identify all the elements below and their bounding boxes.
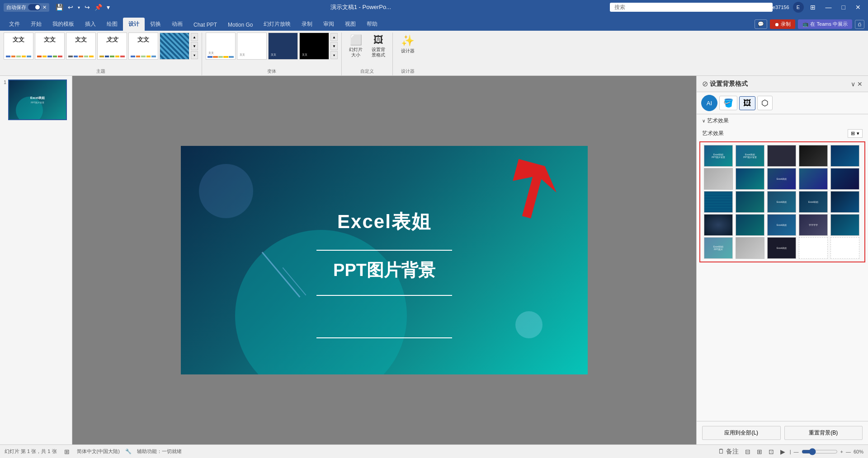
slide-subtitle[interactable]: PPT图片背景 bbox=[181, 259, 588, 282]
fit-view-button[interactable]: ⊞ bbox=[62, 447, 71, 456]
slide-size-button[interactable]: ⬜ 幻灯片大小 bbox=[345, 33, 366, 60]
gallery-item-1[interactable]: Excel表姐PPT图片背景 bbox=[704, 145, 733, 167]
user-avatar[interactable]: E bbox=[793, 2, 804, 13]
texture-tool-button[interactable]: ⬡ bbox=[757, 96, 773, 110]
gallery-item-6[interactable] bbox=[704, 168, 733, 190]
tab-transition[interactable]: 切换 bbox=[145, 18, 166, 31]
gallery-item-empty-1 bbox=[799, 237, 828, 259]
pin-button[interactable]: 📌 bbox=[93, 3, 104, 12]
zoom-slider[interactable] bbox=[802, 448, 838, 455]
variant-scroll-up[interactable]: ▲ bbox=[330, 33, 338, 41]
theme-item-4[interactable]: 文文 bbox=[97, 33, 127, 60]
autosave-toggle[interactable] bbox=[28, 4, 41, 10]
tab-review[interactable]: 审阅 bbox=[318, 18, 340, 31]
theme-item-5[interactable]: 文文 bbox=[128, 33, 158, 60]
tab-design[interactable]: 设计 bbox=[123, 18, 145, 31]
maximize-button[interactable]: □ bbox=[838, 3, 849, 12]
apply-all-button[interactable]: 应用到全部(L) bbox=[702, 426, 781, 440]
undo-dropdown[interactable]: ▾ bbox=[76, 4, 82, 11]
tab-file[interactable]: 文件 bbox=[4, 18, 25, 31]
gallery-item-19[interactable]: 字字字字 bbox=[799, 214, 828, 236]
gallery-item-4[interactable] bbox=[799, 145, 828, 167]
theme-item-1[interactable]: 文文 bbox=[4, 33, 33, 60]
gallery-item-23[interactable]: Excel表姐 bbox=[767, 237, 796, 259]
gallery-item-7[interactable] bbox=[736, 168, 764, 190]
close-button[interactable]: ✕ bbox=[852, 3, 864, 12]
slide-size-icon: ⬜ bbox=[350, 34, 362, 46]
normal-view-button[interactable]: ⊟ bbox=[743, 447, 752, 456]
fill-tool-button[interactable]: 🪣 bbox=[719, 96, 737, 110]
ai-tool-button[interactable]: AI bbox=[701, 95, 717, 111]
variant-scroll-down[interactable]: ▼ bbox=[330, 42, 338, 50]
gallery-item-15[interactable] bbox=[830, 191, 859, 213]
tab-view[interactable]: 视图 bbox=[340, 18, 361, 31]
gallery-item-2[interactable]: Excel表姐PPT图片背景 bbox=[736, 145, 764, 167]
theme-item-6[interactable] bbox=[160, 33, 189, 60]
format-bg-button[interactable]: 🖼 设置背景格式 bbox=[368, 33, 389, 60]
theme-scroll-down[interactable]: ▼ bbox=[191, 42, 198, 50]
variant-item-4[interactable]: 文文 bbox=[299, 33, 329, 60]
gallery-item-11[interactable] bbox=[704, 191, 733, 213]
redo-button[interactable]: ↪ bbox=[83, 3, 92, 12]
record-button[interactable]: ⏺ 录制 bbox=[770, 19, 795, 29]
gallery-item-16[interactable] bbox=[704, 214, 733, 236]
qat-more[interactable]: ▾ bbox=[105, 3, 112, 12]
tab-motiongo[interactable]: Motion Go bbox=[222, 19, 258, 31]
art-effect-dropdown[interactable]: ⊞ ▾ bbox=[848, 129, 863, 138]
slideshow-view-button[interactable]: ▶ bbox=[778, 447, 787, 456]
minimize-button[interactable]: — bbox=[822, 3, 835, 12]
theme-scroll-up[interactable]: ▲ bbox=[191, 33, 198, 41]
tab-help[interactable]: 帮助 bbox=[361, 18, 383, 31]
slide-thumbnail-1[interactable]: Excel表姐 PPT图片背景 bbox=[8, 79, 67, 120]
notes-button[interactable]: 🗒 备注 bbox=[716, 447, 741, 457]
gallery-item-12[interactable] bbox=[736, 191, 764, 213]
panel-close-button[interactable]: ✕ bbox=[857, 80, 863, 88]
gallery-item-8[interactable]: Excel表姐 bbox=[767, 168, 796, 190]
gallery-item-14[interactable]: Excel表姐 bbox=[799, 191, 828, 213]
gallery-item-3[interactable] bbox=[767, 145, 796, 167]
gallery-item-22[interactable] bbox=[736, 237, 764, 259]
share-button[interactable]: ⎙ bbox=[855, 20, 864, 29]
designer-button[interactable]: ✨ 设计器 bbox=[396, 33, 419, 56]
undo-button[interactable]: ↩ bbox=[66, 3, 75, 12]
gallery-item-5[interactable] bbox=[830, 145, 859, 167]
variant-scroll-more[interactable]: ▾ bbox=[330, 51, 338, 59]
layout-button[interactable]: ⊞ bbox=[807, 3, 819, 12]
tab-slideshow[interactable]: 幻灯片放映 bbox=[258, 18, 296, 31]
theme-scroll-more[interactable]: ▾ bbox=[191, 51, 198, 59]
gallery-item-20[interactable] bbox=[830, 214, 859, 236]
gallery-item-18[interactable]: Excel表姐 bbox=[767, 214, 796, 236]
tab-draw[interactable]: 绘图 bbox=[101, 18, 123, 31]
teams-button[interactable]: 📺 在 Teams 中展示 bbox=[798, 19, 852, 29]
variant-item-1[interactable]: 文文 bbox=[206, 33, 236, 60]
slide-title[interactable]: Excel表姐 bbox=[181, 209, 588, 234]
tab-insert[interactable]: 插入 bbox=[80, 18, 101, 31]
tab-animation[interactable]: 动画 bbox=[166, 18, 188, 31]
variant-item-2[interactable]: 文文 bbox=[237, 33, 267, 60]
gallery-item-13[interactable]: Excel表姐 bbox=[767, 191, 796, 213]
image-tool-button[interactable]: 🖼 bbox=[739, 96, 755, 110]
theme-item-3[interactable]: 文文 bbox=[66, 33, 96, 60]
tab-chatppt[interactable]: Chat PPT bbox=[188, 19, 222, 31]
panel-collapse-button[interactable]: ⊘ bbox=[702, 79, 708, 88]
slidesorter-view-button[interactable]: ⊞ bbox=[755, 447, 764, 456]
variant-item-3[interactable]: 文文 bbox=[268, 33, 298, 60]
slide-panel-item-1[interactable]: 1 Excel表姐 PPT图片背景 bbox=[4, 79, 68, 120]
panel-chevron-button[interactable]: ∨ bbox=[851, 80, 855, 88]
reading-view-button[interactable]: ⊡ bbox=[767, 447, 776, 456]
save-button[interactable]: 💾 bbox=[54, 3, 65, 12]
slide-canvas[interactable]: Excel表姐 PPT图片背景 bbox=[181, 146, 588, 374]
theme-item-2[interactable]: 文文 bbox=[35, 33, 65, 60]
tab-mytemplate[interactable]: 我的模板 bbox=[47, 18, 80, 31]
gallery-item-9[interactable] bbox=[799, 168, 828, 190]
autosave-control[interactable]: 自动保存 ✕ bbox=[4, 3, 49, 12]
tab-record[interactable]: 录制 bbox=[296, 18, 318, 31]
gallery-item-17[interactable] bbox=[736, 214, 764, 236]
canvas-area[interactable]: Excel表姐 PPT图片背景 bbox=[72, 76, 696, 444]
search-input[interactable] bbox=[610, 3, 773, 12]
gallery-item-21[interactable]: Excel表姐PPT图片 bbox=[704, 237, 733, 259]
gallery-item-10[interactable] bbox=[830, 168, 859, 190]
reset-bg-button[interactable]: 重置背景(B) bbox=[784, 426, 863, 440]
tab-start[interactable]: 开始 bbox=[25, 18, 47, 31]
comment-button[interactable]: 💬 bbox=[755, 19, 767, 29]
